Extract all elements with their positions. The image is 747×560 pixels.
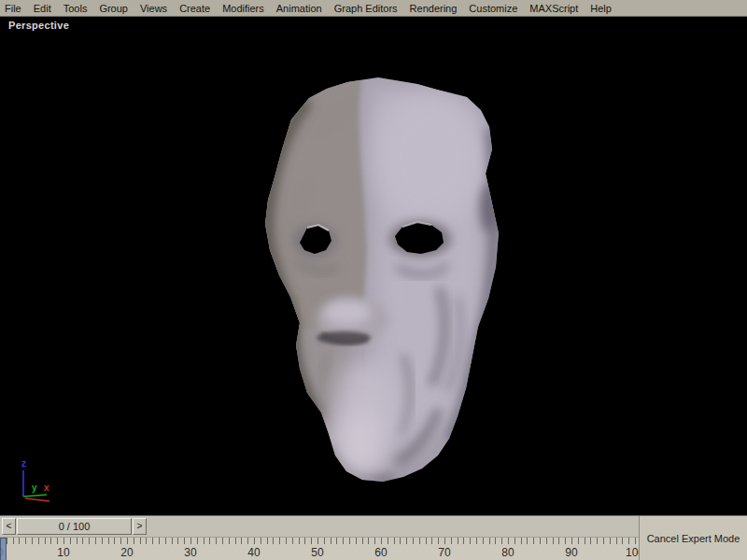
trackbar-tick [140, 538, 141, 544]
viewport-label[interactable]: Perspective [8, 20, 69, 31]
trackbar-tick [159, 538, 160, 544]
previous-frame-button[interactable]: < [2, 518, 16, 535]
perspective-viewport[interactable]: z y x Perspective [0, 17, 747, 515]
trackbar-tick [546, 538, 547, 544]
trackbar-tick [381, 538, 382, 544]
time-slider-handle[interactable]: 0 / 100 [17, 518, 132, 535]
trackbar-tick [254, 538, 255, 544]
trackbar-tick [356, 538, 357, 544]
trackbar-tick [45, 538, 46, 544]
trackbar-tick [190, 538, 191, 544]
time-slider-row: < 0 / 100 > [0, 516, 639, 537]
trackbar-tick [134, 538, 134, 544]
bottom-bar: < 0 / 100 > 0102030405060708090100 Cance… [0, 515, 747, 560]
menu-rendering[interactable]: Rendering [410, 3, 458, 14]
frame-label-50: 50 [311, 546, 323, 559]
trackbar-tick [172, 538, 173, 544]
trackbar-tick [470, 538, 471, 544]
trackbar-tick [108, 538, 109, 544]
cancel-expert-mode-button[interactable]: Cancel Expert Mode [639, 516, 747, 560]
trackbar-tick [590, 538, 591, 544]
menu-bar: FileEditToolsGroupViewsCreateModifiersAn… [0, 0, 747, 17]
menu-animation[interactable]: Animation [276, 3, 322, 14]
trackbar-tick [331, 538, 331, 544]
trackbar-tick [527, 538, 528, 544]
trackbar-tick [152, 538, 153, 544]
menu-edit[interactable]: Edit [34, 3, 51, 14]
y-axis-label: y [32, 483, 37, 493]
trackbar-tick [374, 538, 375, 544]
trackbar-tick [362, 538, 363, 544]
trackbar-tick [204, 538, 204, 544]
trackbar-tick [146, 538, 147, 544]
frame-label-80: 80 [501, 546, 514, 559]
menu-tools[interactable]: Tools [63, 3, 88, 14]
trackbar-tick [616, 538, 617, 544]
trackbar-tick [521, 538, 522, 544]
frame-label-70: 70 [438, 546, 450, 559]
track-bar[interactable]: 0102030405060708090100 [0, 537, 639, 560]
trackbar-tick [476, 538, 477, 544]
trackbar-tick [311, 538, 312, 544]
trackbar-tick [38, 538, 39, 544]
trackbar-tick [247, 538, 248, 544]
menu-modifiers[interactable]: Modifiers [222, 3, 264, 14]
menu-file[interactable]: File [5, 3, 21, 14]
trackbar-tick [483, 538, 484, 544]
trackbar-tick [13, 538, 14, 544]
trackbar-tick [558, 538, 559, 544]
trackbar-tick [603, 538, 604, 544]
trackbar-tick [165, 538, 166, 544]
trackbar-tick [622, 538, 623, 544]
menu-create[interactable]: Create [179, 3, 210, 14]
menu-group[interactable]: Group [99, 3, 128, 14]
menu-customize[interactable]: Customize [469, 3, 517, 14]
menu-views[interactable]: Views [140, 3, 167, 14]
trackbar-tick [553, 538, 554, 544]
trackbar-tick [336, 538, 337, 544]
menu-maxscript[interactable]: MAXScript [529, 3, 578, 14]
trackbar-tick [235, 538, 236, 544]
trackbar-tick [406, 538, 407, 544]
trackbar-tick [299, 538, 300, 544]
trackbar-tick [388, 538, 388, 544]
trackbar-tick [317, 538, 318, 544]
trackbar-tick [95, 538, 96, 544]
next-frame-button[interactable]: > [133, 518, 147, 535]
trackbar-tick [241, 538, 242, 544]
frame-label-20: 20 [120, 546, 133, 559]
trackbar-tick [463, 538, 464, 544]
menu-graph-editors[interactable]: Graph Editors [334, 3, 398, 14]
trackbar-tick [495, 538, 496, 544]
trackbar-tick [451, 538, 452, 544]
trackbar-tick [438, 538, 439, 544]
trackbar-tick [292, 538, 293, 544]
trackbar-tick [25, 538, 26, 544]
trackbar-tick [540, 538, 541, 544]
trackbar-tick [635, 538, 636, 544]
trackbar-tick [197, 538, 198, 544]
menu-help[interactable]: Help [590, 3, 612, 14]
trackbar-tick [19, 538, 20, 544]
trackbar-tick [120, 538, 121, 544]
trackbar-tick [267, 538, 268, 544]
trackbar-tick [597, 538, 598, 544]
mask-model[interactable]: z y x [0, 17, 747, 515]
trackbar-tick [304, 538, 305, 544]
trackbar-tick [578, 538, 579, 544]
trackbar-tick [273, 538, 274, 544]
trackbar-tick [514, 538, 515, 544]
trackbar-tick [585, 538, 585, 544]
trackbar-tick [50, 538, 51, 544]
trackbar-tick [458, 538, 458, 544]
trackbar-tick [628, 538, 629, 544]
trackbar-tick [343, 538, 344, 544]
trackbar-tick [571, 538, 572, 544]
trackbar-marker[interactable] [0, 538, 7, 560]
trackbar-tick [394, 538, 395, 544]
trackbar-tick [184, 538, 185, 544]
trackbar-tick [349, 538, 350, 544]
trackbar-tick [565, 538, 566, 544]
trackbar-tick [229, 538, 230, 544]
frame-label-30: 30 [184, 546, 196, 559]
